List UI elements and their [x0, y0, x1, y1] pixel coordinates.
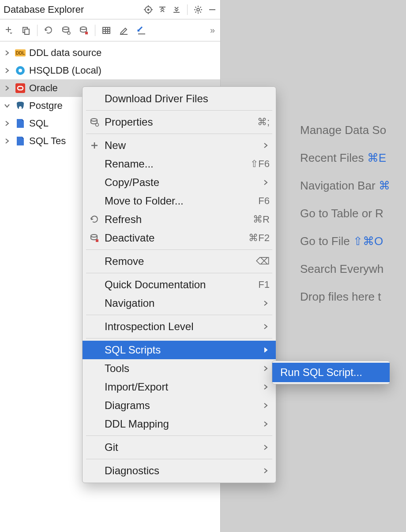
menu-shortcut: ⌫: [256, 256, 270, 267]
menu-item[interactable]: Diagnostics: [83, 461, 276, 480]
table-icon[interactable]: [100, 24, 113, 37]
ddl-icon: DDL: [15, 48, 26, 58]
menu-item[interactable]: Tools: [83, 359, 276, 378]
collapse-all-icon[interactable]: [171, 4, 182, 15]
menu-item[interactable]: Properties⌘;: [83, 113, 276, 131]
datasource-row[interactable]: HSQLDB (Local): [0, 62, 220, 79]
submenu-arrow-icon: [262, 421, 270, 427]
hsqldb-icon: [15, 65, 26, 76]
menu-item[interactable]: Navigation: [83, 294, 276, 313]
hint-recent-files: Recent Files ⌘E: [300, 151, 390, 165]
menu-item[interactable]: Quick DocumentationF1: [83, 275, 276, 294]
menu-shortcut: ⌘F2: [248, 232, 270, 244]
submenu-arrow-icon: [262, 444, 270, 450]
menu-item-label: Copy/Paste: [101, 176, 262, 189]
panel-title-bar: Database Explorer: [0, 0, 220, 19]
menu-item[interactable]: Import/Export: [83, 378, 276, 396]
menu-separator: [86, 134, 272, 134]
menu-item[interactable]: DDL Mapping: [83, 415, 276, 433]
menu-item-label: Diagrams: [101, 399, 262, 412]
menu-item-label: Deactivate: [101, 232, 248, 244]
svg-rect-17: [209, 9, 215, 10]
svg-point-22: [63, 27, 69, 30]
target-icon[interactable]: [143, 4, 154, 15]
datasource-settings-icon[interactable]: [60, 24, 73, 37]
script-icon: [15, 136, 26, 146]
props-icon: [88, 117, 101, 127]
menu-shortcut: ⇧F6: [250, 158, 270, 170]
menu-item[interactable]: Diagrams: [83, 396, 276, 415]
chevron-right-icon[interactable]: [3, 119, 11, 128]
chevron-right-icon[interactable]: [3, 84, 11, 93]
svg-point-24: [80, 27, 86, 30]
hide-icon[interactable]: [207, 4, 218, 15]
hint-manage-data-sources: Manage Data So: [300, 123, 390, 137]
chevron-down-icon[interactable]: [3, 101, 11, 110]
menu-item[interactable]: SQL Scripts: [83, 341, 276, 359]
menu-item[interactable]: Rename...⇧F6: [83, 155, 276, 173]
add-icon[interactable]: [2, 24, 15, 37]
submenu-arrow-icon: [262, 179, 270, 186]
submenu-arrow-icon: [262, 324, 270, 330]
deact-icon: [88, 233, 101, 243]
plus-icon: [88, 141, 101, 149]
menu-shortcut: F6: [258, 195, 270, 207]
menu-item[interactable]: Remove⌫: [83, 252, 276, 271]
refresh-icon[interactable]: [42, 24, 55, 37]
expand-all-icon[interactable]: [157, 4, 168, 15]
menu-item[interactable]: Refresh⌘R: [83, 210, 276, 229]
svg-point-39: [91, 119, 97, 121]
svg-rect-37: [15, 83, 25, 93]
gear-icon[interactable]: [193, 4, 203, 15]
submenu-item[interactable]: Run SQL Script...: [272, 363, 390, 382]
toolbar-overflow-icon[interactable]: »: [210, 25, 218, 35]
svg-point-43: [91, 234, 97, 237]
submenu-arrow-icon: [262, 402, 270, 409]
hint-drop-files: Drop files here t: [300, 290, 390, 304]
edit-icon[interactable]: [117, 24, 131, 37]
jump-to-console-icon[interactable]: [135, 24, 148, 37]
submenu-arrow-icon: [262, 300, 270, 306]
chevron-right-icon[interactable]: [3, 137, 11, 145]
menu-shortcut: F1: [258, 279, 270, 290]
menu-item-label: Git: [101, 441, 262, 454]
deactivate-icon[interactable]: [77, 24, 90, 37]
chevron-right-icon[interactable]: [3, 48, 11, 57]
datasource-label: Postgre: [29, 100, 63, 112]
menu-item[interactable]: Introspection Level: [83, 317, 276, 336]
menu-item[interactable]: Download Driver Files: [83, 89, 276, 108]
menu-item[interactable]: Move to Folder...F6: [83, 192, 276, 210]
datasource-label: DDL data source: [29, 47, 102, 59]
oracle-icon: [15, 83, 26, 93]
datasource-row[interactable]: DDLDDL data source: [0, 44, 220, 62]
menu-item-label: Navigation: [101, 297, 262, 309]
svg-text:DDL: DDL: [16, 51, 25, 56]
menu-item-label: Download Driver Files: [101, 93, 270, 105]
svg-line-14: [200, 11, 201, 12]
menu-separator: [86, 435, 272, 436]
menu-item-label: Tools: [101, 362, 262, 375]
svg-rect-25: [85, 32, 88, 34]
copy-icon[interactable]: [19, 24, 33, 37]
welcome-hints: Manage Data So Recent Files ⌘E Navigatio…: [300, 123, 390, 304]
svg-point-8: [197, 8, 199, 11]
datasource-label: HSQLDB (Local): [29, 65, 102, 76]
chevron-right-icon[interactable]: [3, 66, 11, 75]
hint-navigation-bar: Navigation Bar ⌘: [300, 179, 390, 193]
menu-item-label: SQL Scripts: [101, 344, 262, 356]
postgres-icon: [15, 100, 26, 111]
hint-go-to-file: Go to File ⇧⌘O: [300, 234, 390, 248]
datasource-label: SQL Tes: [29, 135, 66, 147]
menu-item[interactable]: Git: [83, 438, 276, 457]
menu-separator: [86, 249, 272, 250]
svg-rect-21: [25, 29, 29, 34]
separator-icon: [187, 4, 188, 15]
menu-shortcut: ⌘;: [257, 116, 270, 128]
menu-item[interactable]: Copy/Paste: [83, 173, 276, 192]
menu-item[interactable]: New: [83, 136, 276, 155]
menu-item[interactable]: Deactivate⌘F2: [83, 229, 276, 247]
svg-rect-7: [173, 12, 180, 13]
menu-item-label: New: [101, 139, 262, 152]
menu-item-label: Diagnostics: [101, 465, 262, 477]
submenu-arrow-icon: [262, 384, 270, 390]
